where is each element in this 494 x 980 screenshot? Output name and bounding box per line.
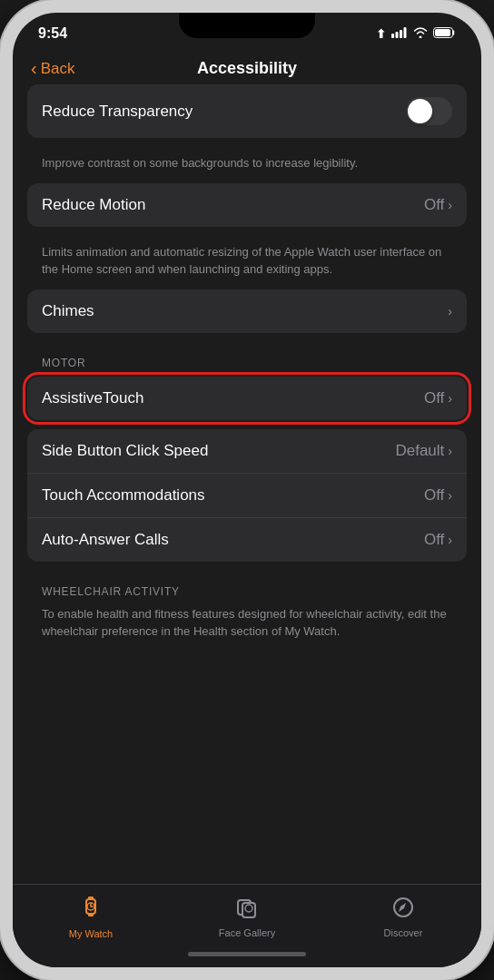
side-button-label: Side Button Click Speed — [42, 442, 208, 460]
nav-bar: ‹ Back Accessibility — [13, 49, 481, 84]
assistive-touch-value-container: Off › — [424, 389, 452, 407]
my-watch-icon — [78, 894, 104, 926]
chimes-value-container: › — [448, 304, 452, 318]
chimes-row[interactable]: Chimes › — [27, 289, 467, 333]
auto-answer-row[interactable]: Auto-Answer Calls Off › — [27, 518, 467, 562]
face-gallery-icon — [235, 896, 259, 925]
location-icon: ⬆ — [376, 27, 386, 41]
chimes-chevron-icon: › — [448, 304, 452, 318]
touch-accommodations-chevron-icon: › — [448, 488, 452, 503]
svg-marker-16 — [399, 903, 406, 912]
reduce-motion-row[interactable]: Reduce Motion Off › — [27, 183, 467, 227]
svg-rect-1 — [396, 32, 399, 38]
reduce-motion-chevron-icon: › — [448, 198, 452, 212]
wheelchair-desc: To enable health and fitness features de… — [27, 605, 467, 652]
home-bar — [188, 952, 306, 956]
motor-section-header: MOTOR — [27, 342, 467, 377]
svg-rect-2 — [400, 30, 402, 38]
auto-answer-label: Auto-Answer Calls — [42, 531, 169, 549]
my-watch-tab-label: My Watch — [69, 928, 114, 939]
chimes-label: Chimes — [42, 302, 94, 320]
reduce-motion-value: Off — [424, 196, 444, 214]
reduce-transparency-toggle-container — [406, 97, 452, 125]
svg-rect-0 — [391, 34, 394, 38]
phone-frame: 9:54 ⬆ — [0, 0, 494, 980]
reduce-transparency-desc: Improve contrast on some backgrounds to … — [27, 147, 467, 183]
touch-accommodations-row[interactable]: Touch Accommodations Off › — [27, 474, 467, 518]
side-button-value: Default — [395, 442, 444, 460]
chimes-card[interactable]: Chimes › — [27, 289, 467, 333]
tab-face-gallery[interactable]: Face Gallery — [169, 896, 325, 938]
svg-rect-9 — [88, 913, 94, 916]
auto-answer-chevron-icon: › — [448, 533, 452, 547]
auto-answer-value: Off — [424, 531, 444, 549]
tab-my-watch[interactable]: My Watch — [13, 894, 169, 939]
home-indicator — [13, 946, 481, 967]
assistive-touch-chevron-icon: › — [448, 391, 452, 406]
status-icons: ⬆ — [376, 27, 456, 41]
side-button-chevron-icon: › — [448, 444, 452, 458]
back-button[interactable]: ‹ Back — [31, 58, 74, 79]
svg-rect-5 — [435, 29, 450, 36]
motor-settings-card: Side Button Click Speed Default › Touch … — [27, 429, 467, 562]
touch-accommodations-value: Off — [424, 486, 444, 505]
reduce-transparency-row[interactable]: Reduce Transparency — [27, 84, 467, 138]
side-button-row[interactable]: Side Button Click Speed Default › — [27, 429, 467, 474]
reduce-transparency-card: Reduce Transparency — [27, 84, 467, 138]
assistive-touch-row[interactable]: AssistiveTouch Off › — [27, 377, 467, 420]
reduce-transparency-toggle[interactable] — [406, 97, 452, 125]
reduce-motion-card[interactable]: Reduce Motion Off › — [27, 183, 467, 227]
discover-icon — [391, 896, 415, 925]
toggle-knob — [408, 99, 432, 123]
assistive-touch-value: Off — [424, 389, 444, 407]
reduce-transparency-label: Reduce Transparency — [42, 103, 193, 121]
back-label: Back — [41, 60, 75, 78]
screen: 9:54 ⬆ — [13, 13, 481, 967]
reduce-motion-desc: Limits animation and automatic resizing … — [27, 236, 467, 289]
wheelchair-section-header: WHEELCHAIR ACTIVITY — [27, 571, 467, 605]
tab-bar: My Watch Face Gallery — [13, 884, 481, 946]
status-time: 9:54 — [38, 25, 67, 42]
face-gallery-tab-label: Face Gallery — [219, 927, 275, 938]
svg-rect-8 — [88, 897, 94, 900]
page-title: Accessibility — [197, 59, 297, 78]
tab-discover[interactable]: Discover — [325, 896, 481, 938]
side-button-value-container: Default › — [395, 442, 452, 460]
assistive-touch-label: AssistiveTouch — [42, 389, 143, 407]
content-area: Reduce Transparency Improve contrast on … — [13, 84, 481, 884]
reduce-motion-label: Reduce Motion — [42, 196, 145, 214]
auto-answer-value-container: Off › — [424, 531, 452, 549]
signal-icon — [391, 27, 408, 41]
back-chevron-icon: ‹ — [31, 58, 37, 79]
notch — [179, 13, 315, 38]
wifi-icon — [413, 27, 428, 41]
svg-rect-3 — [404, 27, 407, 38]
touch-accommodations-label: Touch Accommodations — [42, 486, 205, 505]
touch-accommodations-value-container: Off › — [424, 486, 452, 505]
reduce-motion-value-container: Off › — [424, 196, 452, 214]
discover-tab-label: Discover — [384, 927, 423, 938]
battery-icon — [433, 27, 456, 41]
